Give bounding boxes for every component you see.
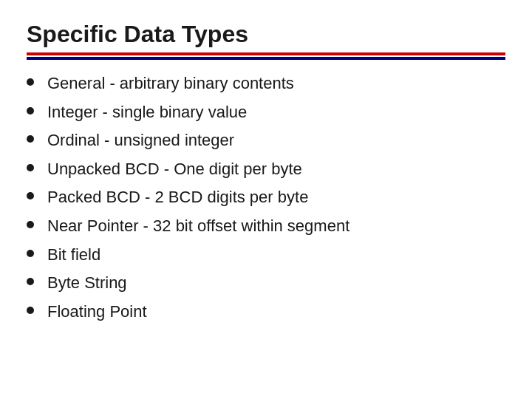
list-item: Integer - single binary value (27, 102, 505, 123)
list-item: Floating Point (27, 301, 505, 323)
list-item: Near Pointer - 32 bit offset within segm… (27, 216, 505, 237)
list-item-label: Ordinal - unsigned integer (47, 130, 234, 151)
list-item-label: Floating Point (47, 301, 147, 323)
bullet-list: General - arbitrary binary contentsInteg… (27, 73, 505, 322)
list-item: Byte String (27, 273, 505, 294)
bullet-icon (27, 221, 34, 228)
list-item-label: Packed BCD - 2 BCD digits per byte (47, 187, 308, 208)
divider-blue (27, 57, 505, 60)
list-item: Ordinal - unsigned integer (27, 130, 505, 151)
bullet-icon (27, 278, 34, 285)
bullet-icon (27, 192, 34, 200)
bullet-icon (27, 164, 34, 171)
page-title: Specific Data Types (27, 21, 505, 48)
list-item: Bit field (27, 245, 505, 266)
list-item: General - arbitrary binary contents (27, 73, 505, 95)
divider (27, 52, 505, 60)
bullet-icon (27, 307, 34, 314)
list-item-label: General - arbitrary binary contents (47, 73, 294, 95)
divider-red (27, 52, 505, 55)
list-item-label: Byte String (47, 273, 127, 294)
slide-container: Specific Data Types General - arbitrary … (0, 0, 532, 399)
bullet-icon (27, 107, 34, 115)
list-item-label: Bit field (47, 245, 100, 266)
bullet-icon (27, 78, 34, 86)
list-item-label: Unpacked BCD - One digit per byte (47, 159, 302, 180)
list-item: Packed BCD - 2 BCD digits per byte (27, 187, 505, 208)
list-item-label: Integer - single binary value (47, 102, 247, 123)
bullet-icon (27, 135, 34, 143)
bullet-icon (27, 250, 34, 257)
list-item-label: Near Pointer - 32 bit offset within segm… (47, 216, 349, 237)
list-item: Unpacked BCD - One digit per byte (27, 159, 505, 180)
